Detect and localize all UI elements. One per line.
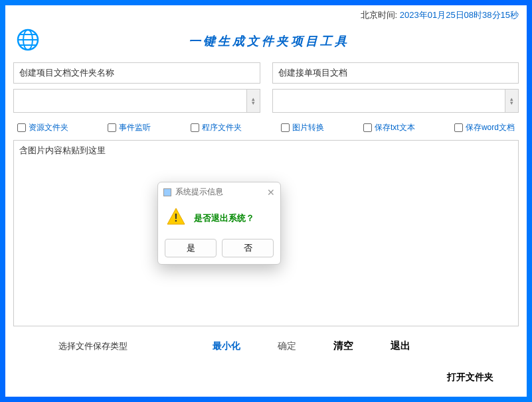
checkbox-program[interactable]: 程序文件夹: [191, 122, 242, 133]
clear-button[interactable]: 清空: [328, 337, 359, 355]
checkbox-resource[interactable]: 资源文件夹: [17, 122, 68, 133]
header: 一键生成文件夹项目工具: [5, 25, 527, 62]
left-dropdown-button[interactable]: ▴▾: [246, 90, 260, 112]
globe-icon: [16, 28, 40, 54]
time-label: 北京时间:: [361, 10, 400, 20]
dialog-title: 系统提示信息: [175, 186, 223, 198]
right-dropdown-input[interactable]: [273, 90, 505, 112]
right-input-label: 创建接单项目文档: [272, 62, 519, 84]
dialog-message: 是否退出系统？: [194, 212, 254, 224]
open-folder-button[interactable]: 打开文件夹: [447, 371, 493, 382]
dropdown-row: ▴▾ ▴▾: [5, 84, 527, 113]
no-button[interactable]: 否: [222, 239, 274, 257]
right-dropdown[interactable]: ▴▾: [272, 89, 519, 113]
checkbox-icon: [17, 123, 26, 132]
app-title: 一键生成文件夹项目工具: [48, 33, 489, 49]
dialog-body: ! 是否退出系统？: [158, 202, 280, 235]
exit-button[interactable]: 退出: [385, 337, 416, 355]
open-folder-row: 打开文件夹: [5, 363, 527, 397]
checkbox-row: 资源文件夹 事件监听 程序文件夹 图片转换 保存txt文本 保存word文档: [5, 113, 527, 140]
checkbox-event[interactable]: 事件监听: [108, 122, 151, 133]
dialog-titlebar: 系统提示信息 ✕: [158, 182, 280, 202]
bottom-bar: 选择文件保存类型 最小化 确定 清空 退出: [5, 326, 527, 363]
dialog-app-icon: [163, 188, 171, 196]
checkbox-txt[interactable]: 保存txt文本: [363, 122, 415, 133]
checkbox-icon: [191, 123, 199, 132]
input-labels-row: 创建项目文档文件夹名称 创建接单项目文档: [5, 62, 527, 84]
checkbox-icon: [454, 123, 463, 132]
checkbox-word[interactable]: 保存word文档: [454, 122, 515, 133]
ok-button[interactable]: 确定: [272, 338, 302, 355]
warning-icon: !: [166, 207, 186, 230]
save-type-label: 选择文件保存类型: [58, 340, 128, 352]
left-dropdown[interactable]: ▴▾: [13, 89, 260, 113]
checkbox-image[interactable]: 图片转换: [281, 122, 324, 133]
svg-text:!: !: [174, 212, 177, 224]
minimize-button[interactable]: 最小化: [207, 338, 246, 355]
time-bar: 北京时间: 2023年01月25日08时38分15秒: [5, 5, 527, 25]
yes-button[interactable]: 是: [165, 239, 217, 257]
dialog-buttons: 是 否: [158, 235, 280, 264]
left-input-label: 创建项目文档文件夹名称: [13, 62, 260, 84]
time-value: 2023年01月25日08时38分15秒: [400, 10, 519, 20]
confirm-dialog: 系统提示信息 ✕ ! 是否退出系统？ 是 否: [157, 182, 281, 265]
checkbox-icon: [363, 123, 372, 132]
checkbox-icon: [281, 123, 290, 132]
close-icon[interactable]: ✕: [267, 187, 275, 198]
left-dropdown-input[interactable]: [14, 90, 246, 112]
checkbox-icon: [108, 123, 116, 132]
right-dropdown-button[interactable]: ▴▾: [505, 90, 518, 112]
